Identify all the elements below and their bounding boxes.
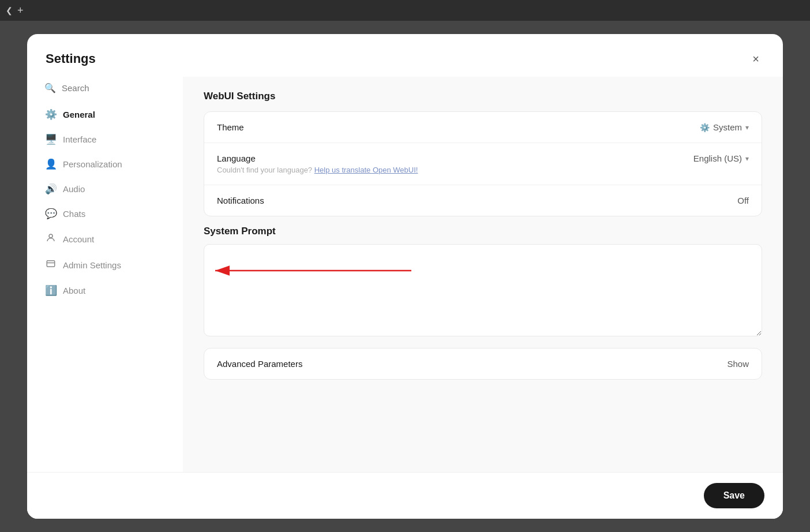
system-prompt-section: System Prompt [204, 226, 762, 339]
sidebar-item-chats[interactable]: 💬 Chats [36, 202, 174, 226]
sidebar-item-label-personalization: Personalization [63, 159, 122, 169]
notifications-value: Off [737, 196, 749, 205]
save-button[interactable]: Save [704, 483, 764, 508]
search-label: Search [62, 83, 89, 93]
settings-card-general: Theme ⚙️ System ▾ Language English (US) [204, 111, 762, 216]
language-chevron-icon: ▾ [745, 155, 749, 163]
language-value: English (US) [693, 153, 742, 163]
sidebar-item-label-audio: Audio [63, 184, 85, 194]
theme-gear-icon: ⚙️ [700, 123, 710, 132]
back-arrow-icon[interactable]: ❮ [6, 6, 13, 15]
chat-icon: 💬 [44, 208, 57, 220]
sidebar-item-label-general: General [63, 110, 95, 119]
sidebar-item-personalization[interactable]: 👤 Personalization [36, 152, 174, 176]
sidebar-item-interface[interactable]: 🖥️ Interface [36, 128, 174, 151]
language-label: Language [217, 153, 256, 163]
speaker-icon: 🔊 [44, 183, 57, 195]
main-content: WebUI Settings Theme ⚙️ System ▾ [183, 77, 783, 472]
sidebar-item-label-interface: Interface [63, 134, 96, 144]
close-button[interactable]: × [747, 50, 764, 68]
system-prompt-textarea[interactable] [204, 244, 762, 336]
modal-overlay: Settings × 🔍 Search ⚙️ General 🖥️ [0, 21, 810, 532]
language-value-control[interactable]: English (US) ▾ [693, 153, 749, 163]
language-hint: Couldn't find your language? Help us tra… [217, 166, 418, 174]
sidebar-item-label-chats: Chats [63, 209, 85, 219]
sidebar-item-label-admin-settings: Admin Settings [63, 260, 121, 270]
modal-footer: Save [27, 472, 783, 519]
modal-body: 🔍 Search ⚙️ General 🖥️ Interface 👤 Perso… [27, 77, 783, 472]
topbar: ❮ + [0, 0, 810, 21]
theme-value: System [713, 122, 742, 132]
section-title: WebUI Settings [204, 91, 762, 102]
sidebar-item-label-account: Account [63, 234, 94, 244]
search-icon: 🔍 [44, 83, 56, 93]
add-icon[interactable]: + [17, 5, 24, 17]
search-item[interactable]: 🔍 Search [36, 77, 174, 99]
sidebar-item-account[interactable]: Account [36, 227, 174, 252]
admin-icon [44, 258, 57, 272]
language-row: Language English (US) ▾ Couldn't find yo… [204, 143, 762, 185]
system-prompt-title: System Prompt [204, 226, 762, 237]
sidebar-item-label-about: About [63, 286, 85, 295]
sidebar-item-general[interactable]: ⚙️ General [36, 103, 174, 126]
sidebar-item-audio[interactable]: 🔊 Audio [36, 177, 174, 201]
notifications-label: Notifications [217, 196, 264, 205]
modal-header: Settings × [27, 34, 783, 77]
advanced-params-row: Advanced Parameters Show [204, 348, 762, 380]
sidebar-item-about[interactable]: ℹ️ About [36, 279, 174, 302]
svg-rect-1 [47, 261, 55, 267]
notifications-row: Notifications Off [204, 185, 762, 216]
person-icon: 👤 [44, 158, 57, 170]
sidebar: 🔍 Search ⚙️ General 🖥️ Interface 👤 Perso… [27, 77, 183, 472]
theme-label: Theme [217, 122, 244, 132]
language-row-top: Language English (US) ▾ [217, 153, 749, 163]
theme-row: Theme ⚙️ System ▾ [204, 112, 762, 143]
advanced-params-show[interactable]: Show [727, 359, 749, 369]
gear-icon: ⚙️ [44, 108, 57, 121]
svg-point-0 [49, 234, 52, 238]
theme-value-control[interactable]: ⚙️ System ▾ [700, 122, 749, 132]
modal-title: Settings [46, 51, 96, 66]
info-icon: ℹ️ [44, 284, 57, 297]
settings-modal: Settings × 🔍 Search ⚙️ General 🖥️ [27, 34, 783, 519]
sidebar-item-admin-settings[interactable]: Admin Settings [36, 253, 174, 278]
theme-chevron-icon: ▾ [745, 123, 749, 132]
monitor-icon: 🖥️ [44, 133, 57, 145]
account-icon [44, 233, 57, 246]
advanced-params-label: Advanced Parameters [217, 359, 302, 369]
translate-link[interactable]: Help us translate Open WebUI! [314, 166, 418, 174]
